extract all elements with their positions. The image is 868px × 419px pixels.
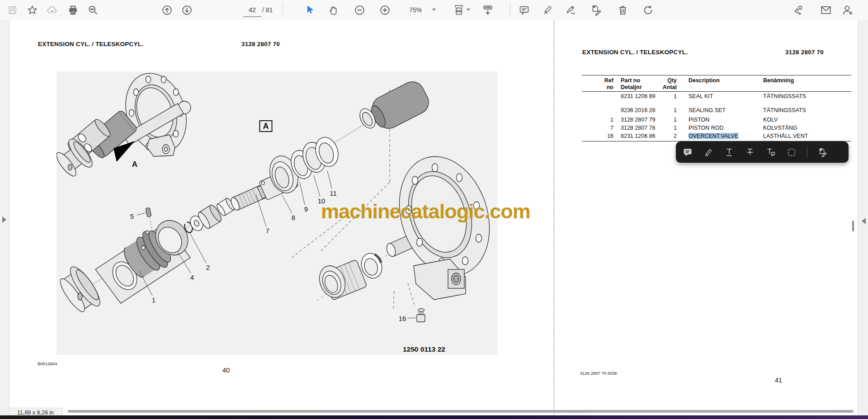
cell-qty: 1 bbox=[659, 93, 677, 99]
cell-ref: 1 bbox=[582, 117, 613, 123]
part-label-11: 11 bbox=[330, 189, 337, 197]
col-header-qty-2: Antal bbox=[659, 84, 677, 90]
left-page-part-number: 3128 2807 70 bbox=[241, 41, 280, 47]
right-page-number: 41 bbox=[775, 377, 782, 384]
top-toolbar: / 81 75% bbox=[0, 0, 868, 20]
underline-text-icon[interactable] bbox=[724, 147, 735, 158]
selected-text: OVERCENT.VALVE bbox=[689, 133, 738, 139]
search-icon[interactable] bbox=[87, 4, 99, 16]
page-split-divider bbox=[554, 20, 554, 415]
pages-canvas: EXTENSION CYL. / TELESKOPCYL. 3128 2807 … bbox=[9, 20, 858, 415]
part-label-16: 16 bbox=[399, 315, 406, 322]
print-icon[interactable] bbox=[67, 4, 79, 16]
refresh-icon[interactable] bbox=[642, 4, 654, 16]
cell-ben: TÄTNINGSSATS bbox=[763, 107, 851, 113]
add-account-icon[interactable] bbox=[842, 4, 854, 16]
part-label-A: A bbox=[132, 160, 137, 169]
left-page-doc-code: B0012844 bbox=[38, 361, 57, 366]
expand-right-panel-icon[interactable] bbox=[862, 218, 866, 224]
col-header-benamning: Benämning bbox=[763, 77, 794, 84]
left-panel-rail[interactable] bbox=[0, 20, 9, 415]
share-link-icon[interactable] bbox=[792, 4, 804, 16]
hand-tool-icon[interactable] bbox=[327, 4, 339, 16]
cell-qty: 1 bbox=[659, 125, 677, 131]
page-total-label: / 81 bbox=[262, 6, 273, 14]
next-page-icon[interactable] bbox=[181, 4, 193, 16]
page-scroll-icon[interactable] bbox=[482, 4, 494, 16]
highlight-text-icon[interactable] bbox=[703, 147, 714, 158]
col-header-part-2: Detaljnr bbox=[621, 84, 642, 90]
part-label-7: 7 bbox=[266, 227, 269, 235]
email-icon[interactable] bbox=[820, 4, 832, 16]
cell-ref: 7 bbox=[582, 125, 613, 131]
cell-desc: PISTON ROD bbox=[689, 125, 724, 131]
cell-ref: 16 bbox=[582, 133, 613, 139]
col-header-qty-1: Qty bbox=[659, 77, 677, 84]
parts-table: Ref no Part no Detaljnr Qty Antal Descri… bbox=[582, 75, 851, 143]
right-page-title: EXTENSION CYL. / TELESKOPCYL. bbox=[582, 49, 688, 56]
col-header-ref-2: no bbox=[582, 84, 613, 90]
page-edit-icon[interactable] bbox=[590, 4, 602, 16]
previous-page-icon[interactable] bbox=[161, 4, 173, 16]
col-header-part-1: Part no bbox=[621, 77, 640, 84]
zoom-out-icon[interactable] bbox=[354, 4, 365, 16]
cell-qty: 1 bbox=[659, 117, 677, 123]
highlighter-icon[interactable] bbox=[542, 4, 553, 16]
fit-dropdown-caret[interactable] bbox=[467, 9, 470, 11]
part-label-4: 4 bbox=[190, 273, 194, 281]
desktop-background-strip bbox=[0, 415, 868, 419]
strikethrough-text-icon[interactable] bbox=[745, 147, 755, 158]
left-page-title: EXTENSION CYL. / TELESKOPCYL. bbox=[38, 41, 143, 47]
cell-desc: SEALING SET bbox=[689, 107, 726, 113]
zoom-level-label[interactable]: 75% bbox=[409, 6, 422, 14]
delete-trash-icon[interactable] bbox=[617, 4, 628, 16]
toolbar-divider bbox=[510, 3, 510, 17]
toolbar-divider bbox=[283, 3, 283, 17]
cell-desc: PISTON bbox=[689, 117, 709, 123]
part-label-5: 5 bbox=[130, 212, 134, 220]
page-number-input[interactable] bbox=[243, 4, 261, 17]
cell-ben: LASTHÅLL.VENT bbox=[763, 133, 851, 139]
cell-ben: TÄTNINGSSATS bbox=[763, 93, 851, 99]
col-header-ref-1: Ref bbox=[582, 77, 613, 84]
cell-ben: KOLVSTÅNG bbox=[763, 125, 851, 131]
right-page-part-number: 3128 2807 70 bbox=[785, 49, 824, 56]
right-page-footer-code: 3128 2807 70 003K bbox=[580, 371, 618, 376]
part-label-1: 1 bbox=[152, 296, 156, 304]
document-area: EXTENSION CYL. / TELESKOPCYL. 3128 2807 … bbox=[0, 20, 868, 415]
table-rule-header bbox=[582, 91, 851, 92]
expand-left-panel-icon[interactable] bbox=[2, 217, 6, 223]
text-comment-icon[interactable] bbox=[765, 147, 776, 158]
cell-ben: KOLV bbox=[763, 117, 851, 123]
watermark-text: machinecatalogic.com bbox=[321, 200, 530, 223]
save-icon[interactable] bbox=[6, 4, 18, 16]
zoom-in-icon[interactable] bbox=[379, 4, 391, 16]
zoom-dropdown-caret[interactable] bbox=[432, 9, 436, 11]
part-label-8: 8 bbox=[292, 214, 295, 221]
fit-width-icon[interactable] bbox=[453, 4, 465, 16]
star-bookmark-icon[interactable] bbox=[26, 4, 38, 16]
part-label-2: 2 bbox=[206, 264, 210, 271]
edit-page-icon[interactable] bbox=[817, 147, 828, 158]
cell-qty: 2 bbox=[659, 133, 677, 139]
col-header-description: Description bbox=[689, 77, 720, 84]
comment-icon[interactable] bbox=[518, 4, 530, 16]
vertical-scrollbar-thumb[interactable] bbox=[852, 221, 854, 231]
pdf-viewer-window: / 81 75% bbox=[0, 0, 868, 419]
selection-context-toolbar bbox=[676, 141, 849, 163]
left-page-number: 40 bbox=[222, 367, 230, 374]
sign-pen-icon[interactable] bbox=[565, 4, 577, 16]
right-panel-rail[interactable] bbox=[858, 20, 868, 415]
context-toolbar-divider bbox=[807, 147, 807, 158]
figure-number: 1250 0113 22 bbox=[403, 345, 445, 353]
horizontal-scrollbar-thumb[interactable] bbox=[68, 410, 854, 413]
cloud-upload-icon[interactable] bbox=[46, 4, 58, 16]
select-cursor-icon[interactable] bbox=[304, 4, 316, 16]
part-label-A: A bbox=[259, 120, 273, 132]
part-label-9: 9 bbox=[304, 205, 308, 213]
table-rule-top bbox=[582, 75, 851, 75]
add-comment-icon[interactable] bbox=[682, 147, 693, 158]
cell-qty: 1 bbox=[659, 107, 677, 113]
copy-selection-icon[interactable] bbox=[786, 147, 797, 158]
cell-desc: SEAL KIT bbox=[689, 93, 713, 99]
